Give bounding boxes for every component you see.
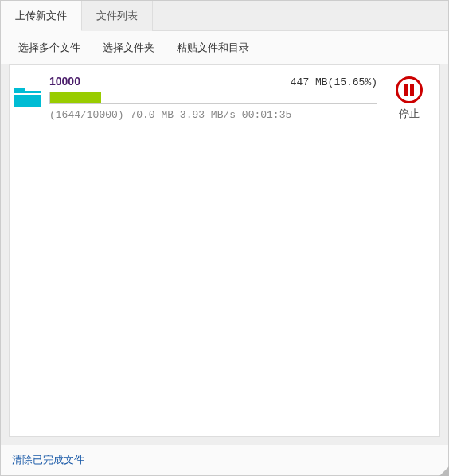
select-folder-button[interactable]: 选择文件夹 — [103, 41, 154, 55]
status-line: (1644/10000) 70.0 MB 3.93 MB/s 00:01:35 — [49, 109, 377, 121]
toolbar: 选择多个文件 选择文件夹 粘贴文件和目录 — [1, 31, 448, 64]
clear-completed-link[interactable]: 清除已完成文件 — [12, 454, 84, 466]
tab-bar-spacer — [153, 1, 448, 31]
tab-list-label: 文件列表 — [96, 10, 138, 21]
tab-upload-label: 上传新文件 — [15, 10, 67, 21]
size-info: 447 MB(15.65%) — [291, 76, 377, 88]
progress-bar — [49, 92, 377, 104]
stop-label: 停止 — [399, 107, 420, 121]
progress-fill — [50, 92, 101, 103]
svg-rect-2 — [14, 93, 41, 95]
upload-main: 10000 447 MB(15.65%) (1644/10000) 70.0 M… — [49, 75, 377, 121]
svg-rect-1 — [14, 88, 25, 92]
tab-bar: 上传新文件 文件列表 — [1, 1, 448, 31]
select-multiple-files-button[interactable]: 选择多个文件 — [18, 41, 80, 55]
tab-upload-new[interactable]: 上传新文件 — [1, 1, 82, 31]
paste-files-button[interactable]: 粘贴文件和目录 — [177, 41, 249, 55]
upload-header: 10000 447 MB(15.65%) — [49, 75, 377, 88]
upload-dialog: 上传新文件 文件列表 选择多个文件 选择文件夹 粘贴文件和目录 10000 44… — [0, 0, 449, 476]
folder-icon — [14, 86, 41, 107]
file-name: 10000 — [49, 75, 80, 88]
footer: 清除已完成文件 — [1, 445, 448, 475]
upload-item: 10000 447 MB(15.65%) (1644/10000) 70.0 M… — [10, 65, 439, 126]
stop-button[interactable]: 停止 — [387, 76, 431, 121]
upload-list[interactable]: 10000 447 MB(15.65%) (1644/10000) 70.0 M… — [9, 64, 440, 437]
resize-handle-icon[interactable] — [439, 466, 449, 476]
pause-icon — [396, 76, 423, 103]
tab-file-list[interactable]: 文件列表 — [82, 1, 153, 31]
